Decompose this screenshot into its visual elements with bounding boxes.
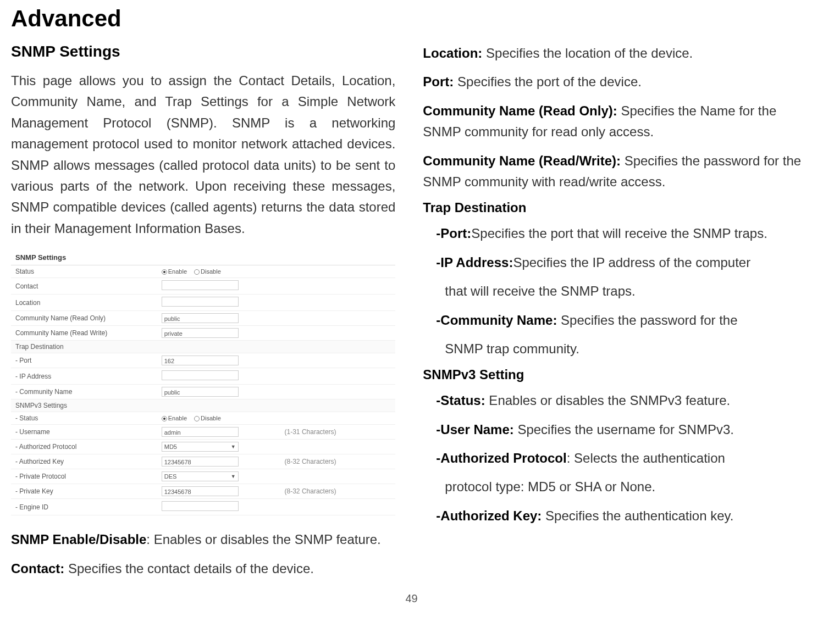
trap-dest-heading: Trap Destination: [423, 200, 807, 215]
chevron-down-icon: ▼: [231, 442, 236, 451]
snmp-intro-paragraph: This page allows you to assign the Conta…: [11, 70, 395, 239]
radio-disable[interactable]: [194, 416, 200, 421]
table-row: - Community Name public: [11, 385, 395, 399]
location-input[interactable]: [162, 297, 239, 307]
table-row: SNMPv3 Settings: [11, 399, 395, 412]
table-row: - Username admin (1-31 Characters): [11, 425, 395, 440]
v3-privkey-label: - Private Key: [11, 484, 157, 499]
table-row: - Authorized Key 12345678 (8-32 Characte…: [11, 454, 395, 469]
radio-disable[interactable]: [194, 269, 200, 275]
comm-ro-label: Community Name (Read Only): [11, 311, 157, 326]
trap-comm-cont: SNMP trap community.: [445, 338, 807, 359]
v3-privkey-input[interactable]: 12345678: [162, 486, 239, 496]
table-row: Community Name (Read Only) public: [11, 311, 395, 326]
comm-rw-input[interactable]: private: [162, 328, 239, 338]
page-title: Advanced: [11, 5, 812, 32]
radio-enable[interactable]: [162, 416, 167, 421]
status-label: Status: [11, 265, 157, 278]
contact-label: Contact: [11, 278, 157, 295]
v3-user-hint: (1-31 Characters): [280, 425, 396, 440]
v3-privproto-label: - Private Protocol: [11, 469, 157, 484]
comm-ro-input[interactable]: public: [162, 313, 239, 323]
v3-authkey-def: -Authorized Key: Specifies the authentic…: [436, 506, 807, 526]
v3-authkey-hint: (8-32 Characters): [280, 454, 396, 469]
trap-comm-input[interactable]: public: [162, 387, 239, 397]
location-label: Location: [11, 295, 157, 311]
v3-privproto-select[interactable]: DES ▼: [162, 471, 239, 481]
trap-ip-cont: that will receive the SNMP traps.: [445, 281, 807, 302]
table-row: - Engine ID: [11, 499, 395, 515]
table-row: - Port 162: [11, 353, 395, 368]
v3-authkey-input[interactable]: 12345678: [162, 457, 239, 467]
port-def: Port: Specifies the port of the device.: [423, 71, 807, 92]
comm-rw-label: Community Name (Read Write): [11, 326, 157, 341]
status-radio-group[interactable]: Enable Disable: [162, 268, 227, 275]
trap-ip-label: - IP Address: [11, 368, 157, 385]
comm-ro-def: Community Name (Read Only): Specifies th…: [423, 101, 807, 143]
radio-enable[interactable]: [162, 269, 167, 275]
contact-input[interactable]: [162, 280, 239, 290]
v3-user-label: - Username: [11, 425, 157, 440]
table-row: Community Name (Read Write) private: [11, 326, 395, 341]
snmp-settings-heading: SNMP Settings: [11, 43, 395, 60]
v3-user-def: -User Name: Specifies the username for S…: [436, 419, 807, 440]
trap-dest-subhead: Trap Destination: [11, 341, 395, 353]
v3-authproto-label: - Authorized Protocol: [11, 440, 157, 454]
trap-port-def: -Port:Specifies the port that will recei…: [436, 223, 807, 244]
trap-port-input[interactable]: 162: [162, 356, 239, 365]
v3-user-input[interactable]: admin: [162, 427, 239, 437]
table-row: Location: [11, 295, 395, 311]
trap-port-label: - Port: [11, 353, 157, 368]
v3-status-def: -Status: Enables or disables the SNMPv3 …: [436, 390, 807, 411]
v3-status-radio-group[interactable]: Enable Disable: [162, 415, 227, 421]
left-column: SNMP Settings This page allows you to as…: [11, 43, 395, 587]
comm-rw-def: Community Name (Read/Write): Specifies t…: [423, 151, 807, 193]
trap-comm-label: - Community Name: [11, 385, 157, 399]
chevron-down-icon: ▼: [231, 472, 236, 481]
trap-ip-def: -IP Address:Specifies the IP address of …: [436, 252, 807, 273]
right-column: Location: Specifies the location of the …: [423, 43, 807, 587]
table-row: Contact: [11, 278, 395, 295]
v3-authproto-select[interactable]: MD5 ▼: [162, 442, 239, 452]
table-row: - IP Address: [11, 368, 395, 385]
v3-setting-heading: SNMPv3 Setting: [423, 367, 807, 382]
table-row: Trap Destination: [11, 341, 395, 353]
table-title: SNMP Settings: [11, 250, 395, 265]
v3-engine-input[interactable]: [162, 501, 239, 511]
v3-settings-subhead: SNMPv3 Settings: [11, 399, 395, 412]
trap-ip-input[interactable]: [162, 370, 239, 380]
table-row: - Private Protocol DES ▼: [11, 469, 395, 484]
page-number: 49: [11, 592, 812, 605]
table-row: Status Enable Disable: [11, 265, 395, 278]
contact-def: Contact: Specifies the contact details o…: [11, 558, 395, 579]
trap-comm-def: -Community Name: Specifies the password …: [436, 310, 807, 331]
table-row: - Authorized Protocol MD5 ▼: [11, 440, 395, 454]
v3-status-label: - Status: [11, 412, 157, 425]
v3-authkey-label: - Authorized Key: [11, 454, 157, 469]
v3-authproto-cont: protocol type: MD5 or SHA or None.: [445, 476, 807, 497]
snmp-enable-def: SNMP Enable/Disable: Enables or disables…: [11, 529, 395, 550]
v3-authproto-def: -Authorized Protocol: Selects the authen…: [436, 448, 807, 469]
table-row: - Private Key 12345678 (8-32 Characters): [11, 484, 395, 499]
v3-privkey-hint: (8-32 Characters): [280, 484, 396, 499]
table-row: - Status Enable Disable: [11, 412, 395, 425]
v3-engine-label: - Engine ID: [11, 499, 157, 515]
location-def: Location: Specifies the location of the …: [423, 43, 807, 64]
snmp-settings-table: SNMP Settings Status Enable Disable Cont…: [11, 250, 395, 515]
